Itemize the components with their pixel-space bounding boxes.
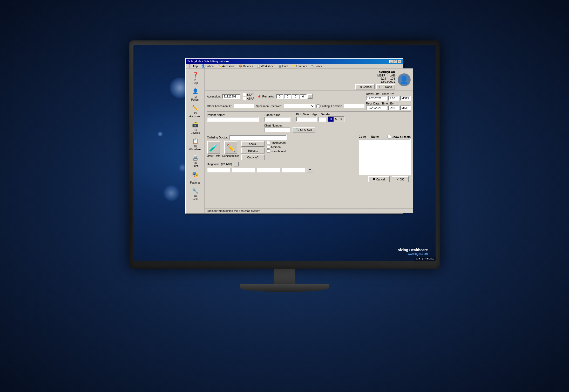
employment-checkbox[interactable] — [267, 141, 270, 144]
stat-checkbox-label[interactable]: STAT — [243, 93, 254, 96]
diagnosis-input-4[interactable] — [282, 168, 305, 172]
gender-m-button[interactable]: M — [334, 117, 339, 122]
f9-cancel-button[interactable]: F9 Cancel — [355, 84, 375, 89]
diagnosis-list-button[interactable]: ☰ — [307, 168, 313, 172]
ok-button[interactable]: ✔ OK — [392, 176, 409, 182]
menu-worksheet[interactable]: 📋 Worksheet — [256, 64, 275, 68]
sidebar-item-accession[interactable]: ✏️ F3 Accession — [186, 103, 205, 119]
location-input[interactable] — [344, 104, 364, 108]
ordering-doctor-row: Ordering Doctor: — [207, 135, 357, 140]
tubes-button[interactable]: Tubes... — [241, 148, 265, 153]
fasting-checkbox[interactable] — [316, 104, 320, 108]
asap-checkbox-label[interactable]: ASAP — [243, 97, 254, 100]
remarks-box-3[interactable] — [292, 94, 299, 99]
stat-checkbox[interactable] — [243, 93, 246, 96]
gender-u-button[interactable]: U — [328, 117, 334, 122]
menu-devices[interactable]: 📦 Devices — [238, 64, 254, 68]
sidebar-item-features[interactable]: 🎭 F7 Features — [186, 169, 205, 185]
menu-print[interactable]: 🖨️ Print — [277, 64, 289, 68]
specimen-received-select[interactable] — [284, 104, 315, 108]
features-icon: 🎭 — [191, 170, 199, 178]
recv-time-input[interactable] — [388, 106, 399, 110]
close-button[interactable]: × — [398, 60, 401, 63]
chart-row: Chart Number: 🔍 SEARCH — [264, 123, 411, 132]
patient-id-input[interactable] — [265, 117, 290, 122]
minimize-button[interactable]: _ — [389, 60, 393, 63]
menu-patient[interactable]: 👤 Patient — [201, 64, 215, 68]
sidebar-item-worksheet[interactable]: 📋 F5 Worksheet — [186, 136, 205, 152]
recv-by-input[interactable] — [400, 106, 411, 110]
draw-by-input[interactable] — [400, 96, 411, 101]
maximize-button[interactable]: □ — [394, 60, 397, 63]
age-input[interactable] — [319, 117, 326, 122]
ordering-doctor-input[interactable] — [229, 135, 287, 140]
remarks-box-4[interactable] — [300, 94, 307, 99]
asap-checkbox[interactable] — [243, 97, 246, 100]
patient-name-input[interactable] — [207, 117, 259, 122]
order-tests-button-group[interactable]: 🧪 Order Tests — [207, 141, 220, 157]
menu-accession[interactable]: ✏️ Accession — [217, 64, 236, 68]
sidebar-item-help[interactable]: ❓ F1 Help — [186, 69, 205, 86]
tests-header: Code Name Show all tests — [359, 135, 411, 138]
accident-checkbox-label[interactable]: Accident — [267, 145, 286, 149]
sidebar-label-patient: Patient — [191, 98, 199, 101]
homebound-checkbox-label[interactable]: Homebound — [267, 149, 286, 153]
chart-number-label: Chart Number: — [264, 124, 290, 127]
middle-section: Ordering Doctor: 🧪 Order Tests — [207, 135, 411, 175]
sidebar-item-patient[interactable]: 👤 F2 Patient — [186, 86, 205, 102]
gender-f-button[interactable]: F — [339, 117, 344, 122]
show-all-tests-label[interactable]: Show all tests — [388, 135, 410, 138]
show-all-tests-checkbox[interactable] — [388, 135, 391, 138]
cancel-button[interactable]: ✖ Cancel — [368, 176, 390, 182]
sidebar-item-devices[interactable]: 🗃️ F4 Devices — [186, 119, 205, 135]
other-accession-input[interactable] — [234, 104, 254, 108]
remarks-box-1[interactable] — [276, 94, 283, 99]
fasting-checkbox-label[interactable]: Fasting — [316, 104, 330, 108]
diagnosis-more-button[interactable]: ... — [234, 162, 239, 166]
homebound-checkbox[interactable] — [267, 149, 270, 153]
tests-list[interactable] — [359, 139, 411, 175]
draw-date-input[interactable] — [366, 96, 387, 101]
sidebar-item-print[interactable]: 🖨️ F6 Print — [186, 152, 205, 169]
copy-to-button[interactable]: Copy to? — [241, 155, 265, 160]
monitor-base — [240, 284, 329, 292]
diagnosis-inputs-row: ☰ — [207, 168, 357, 172]
draw-time-input[interactable] — [388, 96, 399, 101]
sidebar-label-tools: Tools — [192, 198, 198, 201]
accession-input[interactable] — [222, 94, 240, 99]
menu-help[interactable]: ❓ Help — [187, 64, 199, 68]
sidebar-label-features: Features — [190, 181, 200, 184]
worksheet-icon: 📋 — [191, 137, 199, 145]
chart-number-input[interactable] — [264, 128, 290, 132]
remarks-box-2[interactable] — [284, 94, 291, 99]
search-button[interactable]: 🔍 SEARCH — [293, 127, 315, 132]
bottom-action-buttons: ✖ Cancel ✔ OK — [207, 175, 411, 183]
demographics-button-group[interactable]: ✏️ Demographics — [222, 141, 239, 157]
menu-tools[interactable]: 🔧 Tools — [310, 64, 323, 68]
f10-done-button[interactable]: F10 Done — [376, 84, 395, 89]
diagnosis-input-2[interactable] — [232, 168, 255, 172]
recv-by-label: By: — [390, 102, 394, 105]
labels-button[interactable]: Labels... — [241, 141, 265, 147]
employment-checkbox-label[interactable]: Employment — [267, 141, 286, 144]
name-column-header: Name — [371, 135, 379, 138]
lab-value: LAB — [390, 74, 395, 77]
diagnosis-input-1[interactable] — [207, 168, 230, 172]
sidebar-fkey-help: F1 — [194, 79, 197, 82]
print-icon: 🖨️ — [191, 153, 199, 162]
sidebar-label-devices: Devices — [191, 131, 200, 134]
patient-id-label: Patient's ID: — [265, 113, 290, 116]
action-buttons: Labels... Tubes... Copy to? — [241, 141, 265, 160]
accident-checkbox[interactable] — [267, 145, 270, 149]
birth-date-input[interactable] — [296, 117, 317, 122]
menu-bar: ❓ Help 👤 Patient ✏️ Accession 📦 Devices … — [186, 64, 403, 68]
sidebar-label-help: Help — [193, 82, 198, 85]
sidebar-item-tools[interactable]: 🔧 F8 Tools — [186, 186, 205, 202]
remarks-more-button[interactable]: ... — [307, 94, 313, 99]
title-bar-controls: _ □ × — [389, 60, 401, 63]
remarks-label: Remarks: — [262, 95, 275, 98]
sidebar-label-print: Print — [193, 165, 198, 167]
recv-date-input[interactable] — [366, 106, 387, 110]
diagnosis-input-3[interactable] — [257, 168, 280, 172]
menu-features[interactable]: ⭐ Features — [291, 64, 308, 68]
